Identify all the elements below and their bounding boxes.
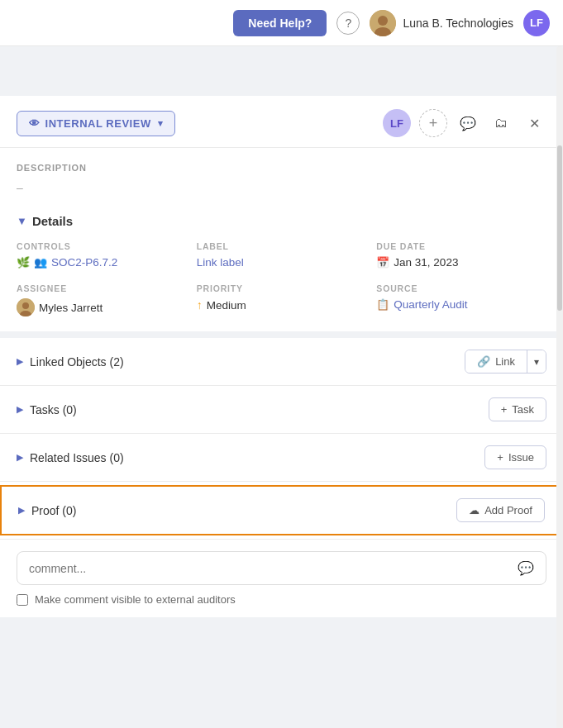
controls-label: CONTROLS — [17, 241, 187, 251]
due-date-value[interactable]: 📅 Jan 31, 2023 — [376, 256, 546, 269]
priority-label: PRIORITY — [197, 283, 367, 293]
controls-leaf-icon: 🌿 — [17, 256, 30, 269]
detail-priority: PRIORITY ↑ Medium — [197, 283, 367, 316]
add-issue-icon: + — [497, 451, 503, 464]
controls-people-icon: 👥 — [34, 256, 47, 269]
user-avatar — [370, 10, 396, 36]
assignee-name: Myles Jarrett — [39, 302, 103, 314]
link-button[interactable]: 🔗 Link — [465, 350, 527, 373]
proof-button-label: Add Proof — [484, 504, 532, 516]
svg-point-4 — [22, 302, 29, 309]
description-section: DESCRIPTION – — [0, 148, 563, 204]
eye-icon: 👁 — [29, 117, 41, 130]
close-icon: ✕ — [529, 116, 540, 131]
priority-text: Medium — [207, 299, 246, 312]
details-toggle-label: Details — [32, 214, 73, 228]
add-proof-button[interactable]: ☁ Add Proof — [456, 498, 545, 522]
source-label: SOURCE — [376, 283, 546, 293]
comment-icon: 💬 — [460, 116, 476, 131]
details-toggle[interactable]: ▼ Details — [17, 214, 546, 228]
priority-up-icon: ↑ — [197, 298, 203, 312]
add-task-button[interactable]: + Task — [489, 397, 546, 421]
comment-section: 💬 Make comment visible to external audit… — [0, 539, 563, 617]
assignee-value[interactable]: Myles Jarrett — [17, 298, 187, 316]
tasks-triangle: ▶ — [17, 404, 23, 415]
link-dropdown-button[interactable]: ▾ — [527, 350, 546, 373]
scrollbar-thumb[interactable] — [557, 145, 562, 311]
add-issue-button[interactable]: + Issue — [484, 445, 546, 469]
archive-panel-button[interactable]: 🗂 — [489, 111, 513, 136]
linked-objects-triangle: ▶ — [17, 356, 23, 367]
detail-label-field: LABEL Link label — [197, 241, 367, 269]
help-icon-button[interactable]: ? — [336, 12, 360, 35]
review-badge-caret: ▾ — [158, 118, 164, 129]
due-date-text: Jan 31, 2023 — [394, 256, 458, 269]
source-text: Quarterly Audit — [394, 298, 467, 311]
user-group: Luna B. Technologies — [370, 10, 513, 36]
proof-section: ▶ Proof (0) ☁ Add Proof — [0, 485, 563, 535]
comment-panel-button[interactable]: 💬 — [456, 111, 480, 136]
label-field-value[interactable]: Link label — [197, 256, 367, 269]
top-spacer — [0, 46, 563, 96]
comment-checkbox-row: Make comment visible to external auditor… — [17, 593, 546, 606]
linked-objects-label: Linked Objects (2) — [30, 355, 124, 369]
detail-controls: CONTROLS 🌿 👥 SOC2-P6.7.2 — [17, 241, 187, 269]
link-button-label: Link — [495, 355, 515, 368]
close-panel-button[interactable]: ✕ — [522, 111, 546, 136]
comment-input-wrapper[interactable]: 💬 — [17, 551, 546, 585]
proof-label: Proof (0) — [31, 504, 76, 517]
priority-value[interactable]: ↑ Medium — [197, 298, 367, 312]
details-section: ▼ Details CONTROLS 🌿 👥 SOC2-P6.7.2 LABEL… — [0, 204, 563, 331]
top-nav: Need Help? ? Luna B. Technologies LF — [0, 0, 563, 46]
detail-due-date: DUE DATE 📅 Jan 31, 2023 — [376, 241, 546, 269]
detail-source: SOURCE 📋 Quarterly Audit — [376, 283, 546, 316]
related-issues-toggle[interactable]: ▶ Related Issues (0) — [17, 451, 124, 464]
assignee-avatar — [17, 298, 35, 316]
tasks-toggle[interactable]: ▶ Tasks (0) — [17, 403, 77, 416]
svg-point-1 — [378, 16, 388, 26]
controls-value[interactable]: 🌿 👥 SOC2-P6.7.2 — [17, 256, 187, 269]
user-initials-badge[interactable]: LF — [523, 10, 550, 36]
review-badge[interactable]: 👁 INTERNAL REVIEW ▾ — [17, 111, 175, 136]
issue-button-label: Issue — [508, 451, 534, 464]
comment-send-icon: 💬 — [518, 560, 534, 576]
label-value-text: Link label — [197, 256, 244, 269]
description-label: DESCRIPTION — [17, 163, 546, 173]
external-auditor-checkbox[interactable] — [17, 594, 28, 606]
review-badge-label: INTERNAL REVIEW — [45, 117, 151, 130]
related-issues-triangle: ▶ — [17, 452, 23, 463]
add-proof-cloud-icon: ☁ — [469, 504, 480, 516]
need-help-button[interactable]: Need Help? — [233, 10, 327, 36]
tasks-label: Tasks (0) — [30, 403, 77, 416]
member-avatar-lf[interactable]: LF — [383, 109, 411, 137]
scrollbar[interactable] — [556, 46, 563, 728]
controls-value-text: SOC2-P6.7.2 — [51, 256, 117, 269]
related-issues-label: Related Issues (0) — [30, 451, 124, 464]
archive-icon: 🗂 — [494, 116, 508, 131]
description-placeholder: – — [17, 178, 546, 197]
tasks-row: ▶ Tasks (0) + Task — [0, 386, 563, 434]
panel-header: 👁 INTERNAL REVIEW ▾ LF + 💬 🗂 ✕ — [0, 96, 563, 148]
details-triangle-icon: ▼ — [17, 215, 27, 227]
proof-toggle[interactable]: ▶ Proof (0) — [18, 504, 76, 517]
proof-actions: ☁ Add Proof — [456, 498, 545, 522]
related-issues-row: ▶ Related Issues (0) + Issue — [0, 434, 563, 482]
tasks-actions: + Task — [489, 397, 546, 421]
link-button-group: 🔗 Link ▾ — [465, 350, 546, 374]
proof-row: ▶ Proof (0) ☁ Add Proof — [2, 487, 561, 534]
linked-objects-toggle[interactable]: ▶ Linked Objects (2) — [17, 355, 124, 369]
due-date-label: DUE DATE — [376, 241, 546, 251]
main-panel: 👁 INTERNAL REVIEW ▾ LF + 💬 🗂 ✕ DESCRIPTI… — [0, 96, 563, 617]
assignee-label: ASSIGNEE — [17, 283, 187, 293]
comment-input[interactable] — [29, 562, 518, 575]
link-caret-icon: ▾ — [534, 356, 539, 368]
add-task-icon: + — [501, 403, 508, 416]
source-value[interactable]: 📋 Quarterly Audit — [376, 298, 546, 311]
detail-assignee: ASSIGNEE Myles Jarrett — [17, 283, 187, 316]
linked-objects-row: ▶ Linked Objects (2) 🔗 Link ▾ — [0, 338, 563, 386]
user-name: Luna B. Technologies — [403, 17, 513, 30]
link-icon: 🔗 — [477, 355, 490, 368]
add-member-button[interactable]: + — [419, 109, 447, 137]
task-button-label: Task — [512, 403, 534, 416]
related-issues-actions: + Issue — [484, 445, 546, 469]
